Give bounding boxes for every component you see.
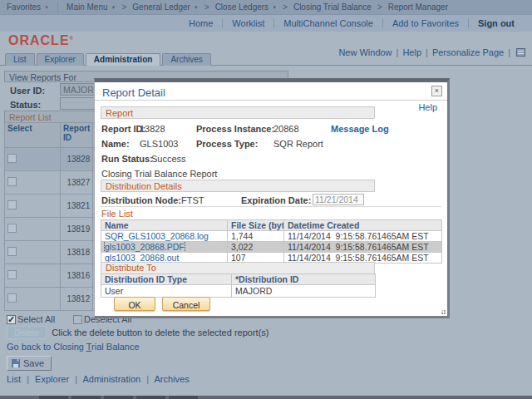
distribution-details-header: Distribution Details — [101, 180, 375, 192]
report-detail-modal: Report Detail × Help Report Report ID: 1… — [94, 78, 450, 318]
chevron-down-icon: ▼ — [194, 5, 199, 10]
breadcrumb-closing-trial-balance[interactable]: Closing Trial Balance — [293, 2, 372, 12]
report-section-header: Report — [101, 106, 375, 119]
portal-header: Home Worklist MultiChannel Console Add t… — [0, 15, 532, 32]
breadcrumb-separator: > — [283, 2, 288, 12]
modal-title-divider — [95, 100, 447, 101]
distribution-node-label: Distribution Node: — [101, 195, 181, 205]
footer-links: List | Explorer | Administration | Archi… — [7, 374, 190, 384]
table-row: SQR_GLS1003_20868.log 1,744 11/14/2014 9… — [101, 231, 442, 242]
breadcrumb-divider — [57, 2, 58, 12]
footer-link-list[interactable]: List — [7, 374, 21, 384]
col-distribution-id-type: Distribution ID Type — [101, 274, 232, 285]
sign-out-link[interactable]: Sign out — [469, 18, 524, 28]
file-link[interactable]: SQR_GLS1003_20868.log — [105, 231, 209, 241]
file-size-cell: 1,744 — [228, 231, 284, 242]
oracle-logo: ORACLE — [8, 33, 74, 47]
go-back-text: Go back to Closing — [7, 342, 86, 352]
expiration-date-input[interactable] — [313, 194, 364, 205]
report-description: Closing Trial Balance Report — [101, 169, 217, 179]
status-label: Status: — [10, 100, 41, 110]
close-icon[interactable]: × — [431, 86, 442, 96]
save-button[interactable]: Save — [7, 356, 52, 371]
row-checkbox[interactable] — [7, 270, 17, 279]
breadcrumb-label: Favorites — [7, 2, 41, 12]
save-label: Save — [23, 358, 44, 368]
distribute-to-table: Distribution ID Type *Distribution ID Us… — [101, 273, 376, 298]
row-checkbox[interactable] — [7, 200, 17, 209]
report-id-cell: 13821 — [61, 195, 93, 218]
col-distribution-id: *Distribution ID — [232, 274, 376, 285]
row-checkbox[interactable] — [7, 293, 17, 303]
breadcrumb-report-manager[interactable]: Report Manager — [388, 2, 448, 12]
message-log-link[interactable]: Message Log — [331, 124, 389, 134]
distribute-to-header: Distribute To — [101, 262, 375, 273]
delete-hint: Click the delete button to delete the se… — [52, 328, 268, 337]
col-datetime-created: Datetime Created — [284, 220, 442, 231]
name-label: Name: — [101, 139, 130, 149]
worklist-link[interactable]: Worklist — [223, 18, 273, 28]
report-id-cell: 13818 — [61, 241, 93, 264]
breadcrumb-label: Closing Trial Balance — [293, 2, 372, 12]
breadcrumb-label: General Ledger — [132, 2, 190, 12]
delete-button[interactable]: Delete — [7, 326, 47, 339]
select-all-checkbox[interactable]: ✓ — [7, 315, 16, 324]
breadcrumb-general-ledger[interactable]: General Ledger ▼ — [132, 2, 198, 12]
row-checkbox[interactable] — [7, 224, 17, 233]
row-checkbox[interactable] — [7, 247, 17, 256]
modal-help-link[interactable]: Help — [418, 102, 437, 112]
go-back-text: rial Balance — [91, 342, 139, 352]
breadcrumb-main-menu[interactable]: Main Menu ▼ — [66, 2, 116, 12]
link-separator: | — [27, 374, 29, 384]
breadcrumb-favorites[interactable]: Favorites ▼ — [7, 2, 49, 12]
report-id-cell: 13827 — [61, 171, 93, 195]
add-to-favorites-link[interactable]: Add to Favorites — [383, 18, 468, 28]
tab-administration[interactable]: Administration — [86, 53, 161, 66]
breadcrumb-separator: > — [377, 2, 382, 12]
cancel-button[interactable]: Cancel — [162, 297, 210, 311]
report-manager-page: Favorites ▼ Main Menu ▼ > General Ledger… — [0, 0, 532, 399]
report-id-cell: 13819 — [61, 218, 93, 241]
tab-list[interactable]: List — [5, 53, 35, 66]
tab-explorer[interactable]: Explorer — [37, 53, 84, 66]
breadcrumb-separator: > — [204, 2, 209, 12]
process-type-label: Process Type: — [196, 139, 258, 149]
table-row: User MAJORD — [101, 285, 376, 298]
deselect-all-checkbox[interactable] — [73, 315, 82, 324]
file-size-cell: 3,022 — [228, 242, 284, 253]
footer-link-explorer[interactable]: Explorer — [35, 374, 69, 384]
breadcrumb-label: Main Menu — [66, 2, 107, 12]
user-id-label: User ID: — [10, 86, 45, 96]
row-checkbox[interactable] — [7, 177, 17, 186]
col-file-size: File Size (bytes) — [228, 220, 284, 231]
select-all-label: Select All — [17, 314, 55, 324]
table-header-row: Name File Size (bytes) Datetime Created — [101, 220, 442, 231]
tab-archives[interactable]: Archives — [162, 53, 210, 66]
file-list-header: File List — [101, 209, 133, 219]
distribution-id-type-cell: User — [101, 285, 232, 298]
multichannel-console-link[interactable]: MultiChannel Console — [274, 18, 382, 28]
breadcrumb: Favorites ▼ Main Menu ▼ > General Ledger… — [0, 0, 532, 15]
footer-link-archives[interactable]: Archives — [155, 374, 190, 384]
file-list-table: Name File Size (bytes) Datetime Created … — [101, 219, 442, 264]
process-instance-value: 20868 — [273, 124, 299, 134]
run-status-label: Run Status: — [101, 154, 153, 164]
footer-link-administration[interactable]: Administration — [82, 374, 140, 384]
home-link[interactable]: Home — [180, 18, 222, 28]
col-report-id: Report ID — [61, 123, 93, 148]
file-link[interactable]: gls1003_20868.PDF — [105, 242, 185, 252]
go-back-link[interactable]: Go back to Closing Trial Balance — [7, 342, 140, 352]
process-type-value: SQR Report — [273, 139, 323, 149]
resize-grip[interactable] — [439, 308, 446, 314]
breadcrumb-close-ledgers[interactable]: Close Ledgers ▼ — [215, 2, 277, 12]
section-divider — [101, 206, 441, 207]
link-separator: | — [75, 374, 77, 384]
row-checkbox[interactable] — [7, 154, 17, 163]
table-header-row: Distribution ID Type *Distribution ID — [101, 274, 376, 285]
datetime-cell: 11/14/2014 9:15:58.761465AM EST — [284, 231, 442, 242]
breadcrumb-label: Close Ledgers — [215, 2, 268, 12]
bottom-strip — [0, 396, 532, 399]
ok-button[interactable]: OK — [114, 297, 155, 311]
chevron-down-icon: ▼ — [111, 5, 116, 10]
modal-title: Report Detail — [102, 86, 165, 99]
